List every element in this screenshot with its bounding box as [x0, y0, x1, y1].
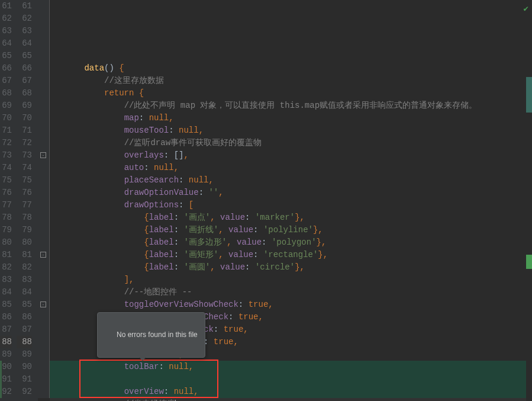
gutter-line: 92: [17, 386, 32, 398]
code-line[interactable]: //--地图控件 --: [50, 286, 532, 299]
gutter-line: 84: [0, 286, 12, 299]
gutter-line: 87: [0, 323, 12, 336]
gutter-line: 66: [17, 62, 32, 75]
code-line[interactable]: //这里存放数据: [50, 75, 532, 87]
gutter-line: 64: [17, 37, 32, 50]
gutter-line: 65: [17, 50, 32, 62]
gutter-line: 76: [17, 187, 32, 199]
gutter-line: 61: [17, 0, 32, 12]
gutter-line: 79: [17, 224, 32, 236]
gutter-line: 62: [0, 12, 12, 25]
code-line[interactable]: auto: null,: [50, 162, 532, 174]
gutter-line: 68: [0, 87, 12, 100]
gutter-file-linenum: 6162636465666768697071727374757677787980…: [0, 0, 17, 401]
gutter-line: 68: [17, 87, 32, 100]
code-line[interactable]: overlays: [],: [50, 149, 532, 162]
code-line[interactable]: ],: [50, 274, 532, 286]
gutter-line: 64: [0, 37, 12, 50]
gutter-line: 78: [0, 211, 12, 224]
inspection-status-icon[interactable]: ✔: [524, 4, 528, 14]
code-line[interactable]: {label: '画点', value: 'marker'},: [50, 211, 532, 224]
gutter-line: 89: [17, 348, 32, 361]
code-line[interactable]: {label: '画折线', value: 'polyline'},: [50, 224, 532, 236]
code-line[interactable]: placeSearch: null,: [50, 174, 532, 187]
gutter-line: 74: [0, 162, 12, 174]
gutter-line: 84: [17, 286, 32, 299]
gutter-line: 88: [0, 336, 12, 348]
fold-toggle-icon[interactable]: -: [40, 152, 46, 158]
gutter-line: 73: [17, 149, 32, 162]
code-line[interactable]: map: null,: [50, 112, 532, 124]
gutter-line: 92: [0, 386, 12, 398]
code-line[interactable]: data() {: [50, 62, 532, 75]
gutter-line: 85: [17, 299, 32, 311]
fold-toggle-icon[interactable]: -: [40, 252, 46, 258]
code-area[interactable]: No errors found in this file data() { //…: [50, 0, 532, 401]
gutter-line: 62: [17, 12, 32, 25]
code-line[interactable]: [50, 373, 532, 386]
gutter-line: 70: [0, 112, 12, 124]
code-line[interactable]: return {: [50, 87, 532, 100]
gutter-line: 76: [0, 187, 12, 199]
code-line[interactable]: {label: '画圆', value: 'circle'},: [50, 261, 532, 274]
code-line[interactable]: toggleOverViewShowCheck: true,: [50, 299, 532, 311]
gutter-line: 61: [0, 0, 12, 12]
gutter-line: 63: [17, 25, 32, 37]
gutter-line: 83: [0, 274, 12, 286]
gutter-line: 81: [17, 249, 32, 261]
gutter-line: 82: [0, 261, 12, 274]
gutter-line: 67: [0, 75, 12, 87]
code-line[interactable]: drawOptionValue: '',: [50, 187, 532, 199]
gutter-line: 77: [0, 199, 12, 211]
code-line[interactable]: overView: null,: [50, 386, 532, 398]
gutter-line: 74: [17, 162, 32, 174]
gutter-line: 75: [0, 174, 12, 187]
gutter-line: 91: [17, 373, 32, 386]
gutter-line: 71: [17, 124, 32, 137]
gutter-line: 69: [0, 100, 12, 112]
gutter-line: 70: [17, 112, 32, 124]
gutter-line: 73: [0, 149, 12, 162]
gutter-line: 83: [17, 274, 32, 286]
code-line[interactable]: {label: '画矩形', value: 'rectangle'},: [50, 249, 532, 261]
gutter-line: 86: [0, 311, 12, 323]
gutter-line: 67: [17, 75, 32, 87]
gutter-line: 89: [0, 348, 12, 361]
gutter-line: 78: [17, 211, 32, 224]
error-stripe[interactable]: [526, 0, 532, 401]
gutter-line: 88: [17, 336, 32, 348]
gutter-fold[interactable]: ---: [38, 0, 50, 398]
check-icon: ✔: [524, 4, 528, 14]
gutter-line: 72: [17, 137, 32, 149]
gutter-line: 69: [17, 100, 32, 112]
gutter-line: 71: [0, 124, 12, 137]
code-line[interactable]: //坐击经纬度: [50, 398, 532, 401]
gutter-line: 77: [17, 199, 32, 211]
code-line[interactable]: mouseTool: null,: [50, 124, 532, 137]
code-line[interactable]: //监听draw事件可获取画好的覆盖物: [50, 137, 532, 149]
gutter-line: 86: [17, 311, 32, 323]
gutter-line: 81: [0, 249, 12, 261]
error-stripe-marker[interactable]: [526, 255, 532, 269]
code-line[interactable]: toolBar: null,: [50, 361, 532, 373]
gutter-line: 82: [17, 261, 32, 274]
inspection-tooltip: No errors found in this file: [97, 312, 205, 358]
gutter-line: 90: [0, 361, 12, 373]
fold-toggle-icon[interactable]: -: [40, 301, 46, 307]
gutter-line: 75: [17, 174, 32, 187]
gutter-line: 80: [17, 236, 32, 249]
gutter-line: 65: [0, 50, 12, 62]
gutter-editor-linenum[interactable]: 6162636465666768697071727374757677787980…: [17, 0, 38, 401]
gutter-line: 85: [0, 299, 12, 311]
error-stripe-marker[interactable]: [526, 77, 532, 113]
gutter-line: 72: [0, 137, 12, 149]
gutter-line: 66: [0, 62, 12, 75]
gutter-line: 91: [0, 373, 12, 386]
gutter-line: 90: [17, 361, 32, 373]
code-editor[interactable]: 6162636465666768697071727374757677787980…: [0, 0, 532, 401]
code-line[interactable]: drawOptions: [: [50, 199, 532, 211]
code-line[interactable]: //此处不声明 map 对象，可以直接使用 this.map赋值或者采用非响应式…: [50, 100, 532, 112]
tooltip-text: No errors found in this file: [117, 331, 198, 339]
gutter-line: 87: [17, 323, 32, 336]
code-line[interactable]: {label: '画多边形', value: 'polygon'},: [50, 236, 532, 249]
